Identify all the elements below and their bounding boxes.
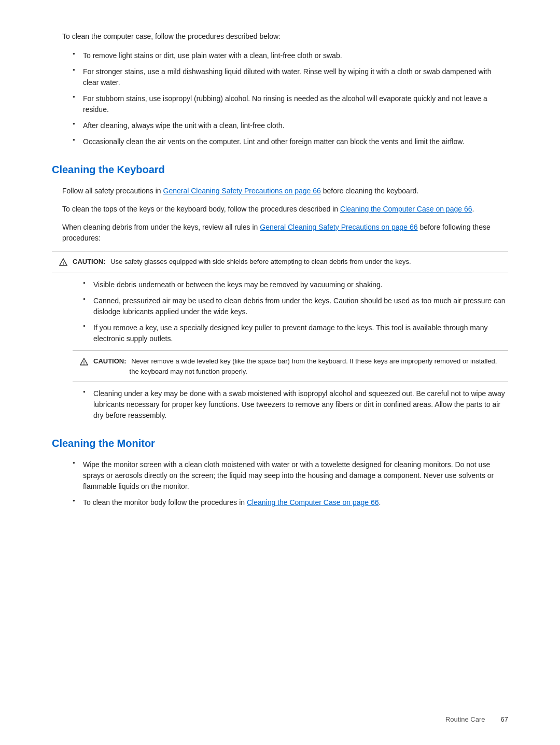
list-item: Visible debris underneath or between the… [83, 279, 508, 290]
caution-text-2: Never remove a wide leveled key (like th… [130, 356, 501, 376]
page-footer: Routine Care 67 [445, 714, 508, 725]
intro-paragraph: To clean the computer case, follow the p… [52, 31, 508, 42]
monitor-section-heading: Cleaning the Monitor [52, 435, 508, 451]
keyboard-para3: When cleaning debris from under the keys… [62, 222, 508, 244]
keyboard-para2-before: To clean the tops of the keys or the key… [62, 205, 340, 213]
list-item: To clean the monitor body follow the pro… [73, 497, 508, 508]
footer-page-number: 67 [501, 714, 508, 725]
keyboard-para1-before: Follow all safety precautions in [62, 187, 163, 195]
list-item: Cleaning under a key may be done with a … [83, 388, 508, 421]
list-item: After cleaning, always wipe the unit wit… [73, 120, 508, 131]
keyboard-para3-link[interactable]: General Cleaning Safety Precautions on p… [260, 223, 417, 231]
caution-triangle-icon-2: ! [80, 356, 90, 367]
svg-text:!: ! [63, 261, 64, 266]
list-item: For stronger stains, use a mild dishwash… [73, 66, 508, 88]
monitor-bullet2-link[interactable]: Cleaning the Computer Case on page 66 [247, 498, 379, 507]
keyboard-sub-bullet-list: Visible debris underneath or between the… [83, 279, 508, 344]
keyboard-para1: Follow all safety precautions in General… [62, 186, 508, 196]
monitor-bullet2-before: To clean the monitor body follow the pro… [83, 498, 247, 507]
keyboard-para2-link[interactable]: Cleaning the Computer Case on page 66 [340, 205, 472, 213]
keyboard-section-body: Follow all safety precautions in General… [52, 186, 508, 244]
list-item: If you remove a key, use a specially des… [83, 322, 508, 344]
keyboard-para2-after: . [472, 205, 474, 213]
monitor-bullet-list: Wipe the monitor screen with a clean clo… [73, 459, 508, 508]
keyboard-section-heading: Cleaning the Keyboard [52, 162, 508, 177]
caution-label-2: CAUTION: [93, 356, 127, 367]
monitor-bullet2-after: . [379, 498, 381, 507]
page: To clean the computer case, follow the p… [0, 0, 560, 745]
list-item: For stubborn stains, use isopropyl (rubb… [73, 93, 508, 115]
keyboard-para2: To clean the tops of the keys or the key… [62, 204, 508, 215]
list-item: Occasionally clean the air vents on the … [73, 136, 508, 147]
caution-box-2: ! CAUTION: Never remove a wide leveled k… [73, 350, 508, 382]
list-item: Wipe the monitor screen with a clean clo… [73, 459, 508, 492]
keyboard-para3-before: When cleaning debris from under the keys… [62, 223, 260, 231]
list-item: To remove light stains or dirt, use plai… [73, 50, 508, 61]
keyboard-para1-after: before cleaning the keyboard. [321, 187, 418, 195]
keyboard-para1-link[interactable]: General Cleaning Safety Precautions on p… [163, 187, 321, 195]
caution-text-1: Use safety glasses equipped with side sh… [109, 257, 411, 267]
intro-bullet-list: To remove light stains or dirt, use plai… [73, 50, 508, 147]
caution-label-1: CAUTION: [73, 257, 106, 267]
keyboard-final-bullet-list: Cleaning under a key may be done with a … [83, 388, 508, 421]
list-item: Canned, pressurized air may be used to c… [83, 296, 508, 317]
caution-box-1: ! CAUTION: Use safety glasses equipped w… [52, 251, 508, 273]
caution-triangle-icon-1: ! [59, 257, 69, 268]
svg-text:!: ! [83, 360, 85, 366]
footer-label: Routine Care [445, 714, 485, 725]
